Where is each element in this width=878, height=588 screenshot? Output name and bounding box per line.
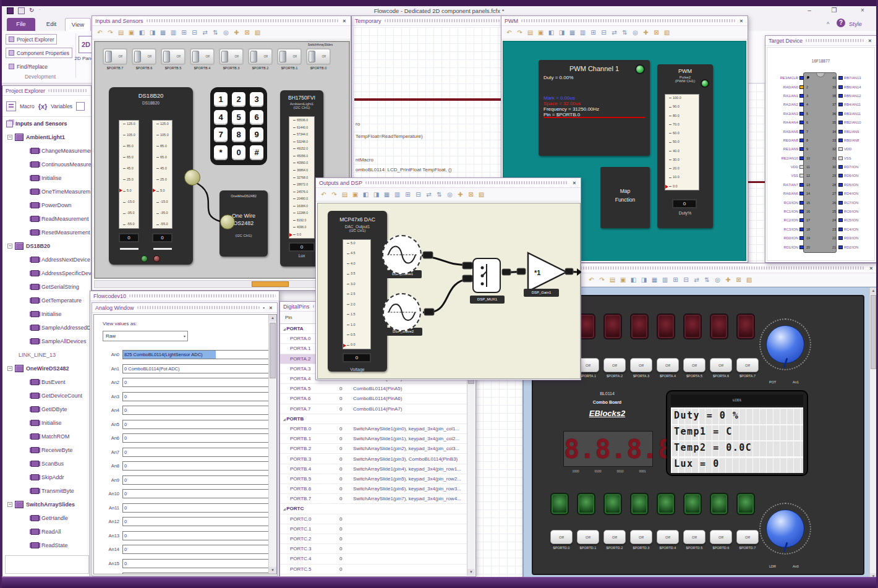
digital-pin-row[interactable]: PORTC xyxy=(280,504,467,514)
toolbar-icon[interactable]: ▧ xyxy=(254,28,262,37)
toolbar-icon[interactable]: ▧ xyxy=(663,28,671,37)
tree-item[interactable]: −TransmitByte xyxy=(2,484,91,498)
chip-pin[interactable]: RA5/AN57 xyxy=(769,127,813,135)
toolbar-icon[interactable]: ⊞ xyxy=(671,276,680,284)
restore-button[interactable]: ❐ xyxy=(829,7,839,14)
toolbar-icon[interactable]: ⇄ xyxy=(693,276,701,284)
toolbar-icon[interactable]: ↷ xyxy=(598,276,606,284)
analog-value-box[interactable]: 0 xyxy=(122,545,277,554)
toolbar-icon[interactable]: ◎ xyxy=(446,190,454,199)
tree-item[interactable]: −SampleAllDevices xyxy=(2,334,91,348)
tree-item[interactable]: −Inputs and Sensors xyxy=(2,117,91,130)
chip-pin[interactable]: 40RB7/AN13 xyxy=(829,74,876,82)
digital-pin-row[interactable]: PORTB xyxy=(280,414,467,424)
toolbar-icon[interactable]: ◎ xyxy=(631,28,639,37)
digital-pin-row[interactable]: PORTC.20 xyxy=(280,534,467,544)
scrollbar-thumb[interactable] xyxy=(270,323,276,378)
find-replace-button[interactable]: Find/Replace xyxy=(6,61,51,72)
analog-scrollbar[interactable]: ▲ ▼ xyxy=(268,315,276,574)
digital-pin-row[interactable]: PORTB.40SwitchArraySlide1(pin4), keypad_… xyxy=(280,464,467,474)
chip-pin[interactable]: 30RD7/ION xyxy=(829,163,876,171)
digital-pin-row[interactable]: PORTA.70ComboBL0114(PinA7) xyxy=(280,404,467,414)
pin-column-header[interactable]: Pin xyxy=(285,315,292,320)
chip-pin[interactable]: 21RD2/ION xyxy=(829,242,876,251)
chip-pin[interactable]: 22RD3/ION xyxy=(829,234,876,242)
toolbar-icon[interactable]: ◎ xyxy=(714,276,722,284)
digital-pin-row[interactable]: PORTB.20SwitchArraySlide1(pin2), keypad_… xyxy=(280,444,467,454)
toolbar-icon[interactable]: ⇄ xyxy=(201,28,209,37)
analog-value-box[interactable]: 0 xyxy=(122,433,277,443)
analog-row[interactable]: An140 xyxy=(96,544,277,555)
close-icon[interactable]: × xyxy=(868,265,874,271)
toolbar-icon[interactable]: ◨ xyxy=(148,28,156,37)
digital-pin-row[interactable]: PORTB.30SwitchArraySlide1(pin3), ComboBL… xyxy=(280,454,467,464)
analog-value-box[interactable]: 0 xyxy=(122,573,277,574)
chip-pin[interactable]: RD1/ION20 xyxy=(769,242,813,251)
chip-pin[interactable]: 26RC7/ION xyxy=(829,198,876,207)
toolbar-icon[interactable]: ⊠ xyxy=(467,190,475,199)
tree-item[interactable]: −Initialise xyxy=(2,416,91,430)
analog-value-box[interactable]: 0 xyxy=(122,531,277,540)
toolbar-icon[interactable]: ▧ xyxy=(745,276,753,284)
toolbar-icon[interactable]: ⇄ xyxy=(610,28,618,37)
chip-pin[interactable]: RC0/ION15 xyxy=(769,198,813,207)
tree-item[interactable]: −MatchROM xyxy=(2,430,91,443)
digital-pin-row[interactable]: PORTB.00SwitchArraySlide1(pin0), keypad_… xyxy=(280,424,467,434)
port-switch-button[interactable]: Off xyxy=(710,358,732,372)
digital-pin-row[interactable]: PORTC.30 xyxy=(280,544,467,554)
port-switch-button[interactable]: Off xyxy=(577,530,599,544)
chip-pin[interactable]: RA3/AN35 xyxy=(769,109,813,118)
toolbar-icon[interactable]: ▥ xyxy=(661,276,669,284)
toolbar-icon[interactable]: ✚ xyxy=(456,190,464,199)
chip-pin[interactable]: 35RB2/AN10 xyxy=(829,118,876,127)
chip-pin[interactable]: 36RB3/AN11 xyxy=(829,109,876,118)
minimize-icon[interactable]: • xyxy=(263,305,265,310)
analog-value-box[interactable]: 0 xyxy=(122,461,277,471)
chip-pin[interactable]: 37RB4/AN11 xyxy=(829,100,876,109)
toolbar-icon[interactable]: ⊞ xyxy=(180,28,188,37)
port-switch-button[interactable]: Off xyxy=(630,358,652,372)
port-switch-button[interactable]: Off xyxy=(710,530,732,544)
toolbar-icon[interactable]: ▥ xyxy=(579,28,587,37)
tree-item[interactable]: −ResetMeasurement xyxy=(2,226,91,239)
tree-item[interactable]: −SkipAddr xyxy=(2,471,91,484)
toolbar-icon[interactable]: ⊞ xyxy=(589,28,597,37)
toolbar-icon[interactable]: ↶ xyxy=(96,28,104,37)
chip-pin[interactable]: 24RC5/ION xyxy=(829,216,876,224)
chip-pin[interactable]: 33RB0/AN8 xyxy=(829,136,876,145)
toolbar-icon[interactable]: ▦ xyxy=(568,28,576,37)
toolbar-icon[interactable]: ↶ xyxy=(587,276,595,284)
digital-pin-row[interactable]: PORTB.60SwitchArraySlide1(pin6), keypad_… xyxy=(280,484,467,494)
toolbar-icon[interactable]: ▣ xyxy=(537,28,545,37)
scroll-down-icon[interactable]: ▼ xyxy=(269,567,276,574)
tree-item[interactable]: −OneTimeMeasurem xyxy=(2,185,91,198)
analog-value-box[interactable]: 0 xyxy=(122,489,277,498)
analog-value-box[interactable]: 0 xyxy=(122,448,277,457)
toolbar-icon[interactable]: ◨ xyxy=(640,276,648,284)
chip-pin[interactable]: 23RC4/ION xyxy=(829,225,876,234)
toolbar-icon[interactable]: ⊟ xyxy=(190,28,198,37)
toolbar-icon[interactable]: ✚ xyxy=(724,276,732,284)
toolbar-icon[interactable]: ▤ xyxy=(526,28,534,37)
toolbar-icon[interactable]: ⇄ xyxy=(425,190,433,199)
toolbar-icon[interactable]: ⊠ xyxy=(652,28,660,37)
analog-row[interactable]: An150 xyxy=(96,558,277,569)
port-switch-button[interactable]: Off xyxy=(657,358,679,372)
toolbar-icon[interactable]: ⊠ xyxy=(243,28,251,37)
tree-item[interactable]: −DS18B20 xyxy=(2,239,91,253)
scrollbar-thumb[interactable] xyxy=(871,295,876,369)
tree-item[interactable]: −GetSerialString xyxy=(2,280,91,294)
analog-row[interactable]: An30 xyxy=(96,391,277,402)
help-icon[interactable]: ? xyxy=(837,19,845,27)
tab-macro[interactable]: Macro xyxy=(20,103,35,109)
close-button[interactable]: × xyxy=(858,7,867,14)
analog-row[interactable]: An90 xyxy=(96,475,277,485)
analog-row[interactable]: An20 xyxy=(96,377,277,388)
port-switch-button[interactable]: Off xyxy=(603,530,626,544)
toolbar-icon[interactable]: ⊠ xyxy=(735,276,743,284)
chip-pin[interactable]: RA0/AN02 xyxy=(769,82,813,91)
connector-node-2[interactable] xyxy=(220,215,235,229)
tree-item[interactable]: −GetHandle xyxy=(2,511,91,525)
close-icon[interactable]: × xyxy=(571,180,578,186)
port-switch-button[interactable]: Off xyxy=(550,530,573,544)
